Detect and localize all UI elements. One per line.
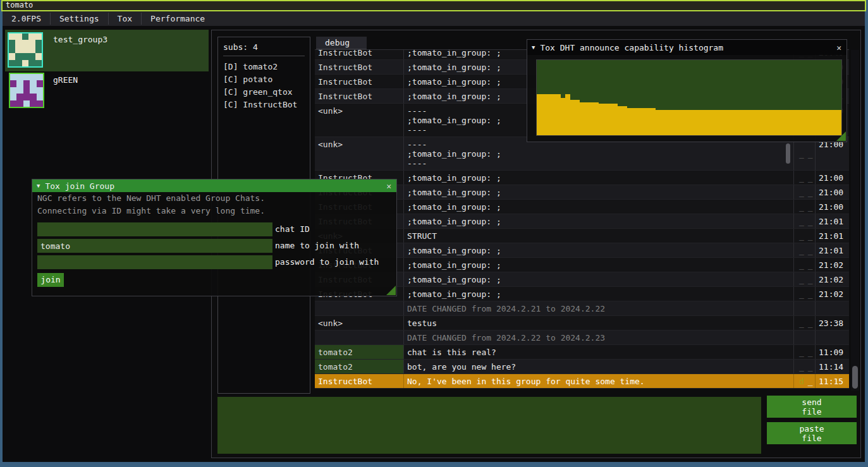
sender-name: <unk> [315, 104, 404, 136]
close-icon[interactable]: ✕ [386, 181, 391, 191]
window-title: tomato [6, 1, 33, 9]
send-file-button[interactable]: send file [767, 396, 857, 418]
sender-name: InstructBot [315, 50, 404, 59]
avatar-pixel [22, 47, 28, 53]
avatar-pixel [10, 100, 16, 107]
subs-member[interactable]: [D] tomato2 [223, 61, 305, 73]
sender-name: InstructBot [315, 374, 404, 388]
sender-name: InstructBot [315, 89, 404, 103]
histogram-bar [661, 110, 666, 135]
resize-grip[interactable] [836, 131, 846, 141]
message-row[interactable]: InstructBotNo, I've been in this group f… [315, 374, 849, 389]
message-input[interactable] [217, 397, 761, 454]
join-dialog-title: Tox join Group [45, 181, 114, 191]
menu-item-performance[interactable]: Performance [142, 11, 214, 26]
histogram-bar [627, 108, 632, 135]
histogram-bar [770, 110, 775, 135]
avatar-pixel [35, 33, 42, 40]
histogram-bar [546, 94, 551, 135]
histogram-bar [570, 100, 575, 135]
timestamp: 21:00 [816, 200, 847, 214]
subs-member[interactable]: [C] potato [223, 73, 305, 86]
histogram-bar [785, 110, 790, 135]
histogram-bar [689, 110, 694, 135]
histogram-bar [794, 110, 799, 135]
avatar-pixel [37, 100, 43, 107]
tab-debug[interactable]: debug [316, 37, 367, 49]
avatar-pixel [28, 60, 35, 66]
close-icon[interactable]: ✕ [836, 43, 841, 52]
menu-item-settings[interactable]: Settings [51, 11, 108, 26]
avatar-pixel [22, 60, 28, 66]
join-password-field[interactable] [37, 255, 272, 269]
collapse-icon[interactable]: ▼ [532, 44, 535, 51]
subs-member[interactable]: [C] InstructBot [223, 99, 305, 111]
avatar-pixel [15, 60, 21, 66]
subs-member[interactable]: [C] green_qtox [223, 86, 305, 99]
avatar-pixel [10, 80, 16, 87]
message-text: No, I've been in this group for quite so… [404, 374, 794, 388]
avatar-pixel [23, 74, 30, 80]
avatar-pixel [16, 100, 23, 107]
message-row[interactable]: tomato2chat is this real?__11:09 [315, 345, 849, 360]
histogram-bar [656, 110, 661, 135]
chat-scrollbar-thumb[interactable] [852, 366, 858, 389]
date-change-text: DATE CHANGED from 2024.2.22 to 2024.2.23 [404, 331, 794, 344]
delivery-flag: d [799, 379, 804, 385]
date-change-row[interactable]: DATE CHANGED from 2024.2.21 to 2024.2.22 [315, 301, 849, 316]
date-change-row[interactable]: DATE CHANGED from 2024.2.22 to 2024.2.23 [315, 331, 849, 345]
subs-divider [223, 56, 305, 56]
menu-item-tox[interactable]: Tox [109, 11, 141, 26]
avatar-pixel [15, 53, 21, 59]
avatar-pixel [16, 87, 23, 94]
avatar-pixel [9, 47, 15, 53]
histogram-bar [827, 110, 832, 135]
histogram-bar [561, 98, 566, 136]
join-dialog-titlebar[interactable]: ▼ Tox join Group ✕ [32, 179, 396, 192]
group-item-test_group3[interactable]: test_group3 [5, 30, 209, 71]
delivery-flags: __ [794, 200, 816, 214]
message-text: ;tomato_in_group: ; [404, 185, 794, 199]
os-titlebar[interactable]: tomato [1, 0, 866, 11]
group-item-gREEN[interactable]: gREEN [5, 71, 209, 108]
histogram-titlebar[interactable]: ▼ Tox DHT announce capability histogram … [527, 40, 847, 55]
chat-scrollbar[interactable] [851, 50, 859, 391]
message-row[interactable]: <unk>testus__23:38 [315, 316, 849, 331]
delivery-flag: _ [799, 175, 804, 181]
group-name: gREEN [53, 75, 78, 85]
join-password-label: password to join with [275, 257, 379, 267]
avatar-pixel [15, 33, 21, 40]
histogram-bar [732, 110, 737, 135]
delivery-flag: _ [808, 277, 813, 283]
histogram-bar [651, 108, 656, 135]
delivery-flag: _ [808, 262, 813, 269]
histogram-bar [775, 110, 780, 135]
histogram-bar [751, 110, 756, 135]
join-group-dialog: ▼ Tox join Group ✕ NGC refers to the New… [32, 179, 397, 296]
avatar-pixel [28, 40, 35, 46]
message-row[interactable]: tomato2bot, are you new here?__11:14 [315, 360, 849, 374]
join-button[interactable]: join [37, 273, 64, 287]
chat-id-field[interactable] [37, 222, 272, 236]
message-text: ;tomato_in_group: ; [404, 287, 794, 301]
histogram-bar [804, 110, 809, 135]
paste-file-button[interactable]: paste file [767, 422, 857, 444]
chat-id-label: chat ID [275, 224, 310, 234]
message-text: ;tomato_in_group: ; [404, 258, 794, 272]
join-name-field[interactable] [37, 239, 272, 253]
histogram-bar [675, 110, 680, 135]
delivery-flag: _ [799, 233, 804, 240]
timestamp: 21:02 [816, 272, 847, 286]
resize-grip[interactable] [386, 286, 396, 295]
timestamp: 21:00 [816, 185, 847, 199]
histogram-bar [632, 108, 637, 135]
delivery-flag: _ [799, 320, 804, 327]
histogram-bar [599, 104, 604, 135]
histogram-bar [817, 110, 822, 135]
sender-name: <unk> [315, 316, 404, 330]
collapse-icon[interactable]: ▼ [37, 183, 40, 189]
histogram-bar [822, 110, 828, 135]
message-cell-scrollbar-thumb[interactable] [786, 143, 790, 164]
avatar-pixel [37, 87, 43, 94]
message-text: ;tomato_in_group: ; [404, 214, 794, 228]
